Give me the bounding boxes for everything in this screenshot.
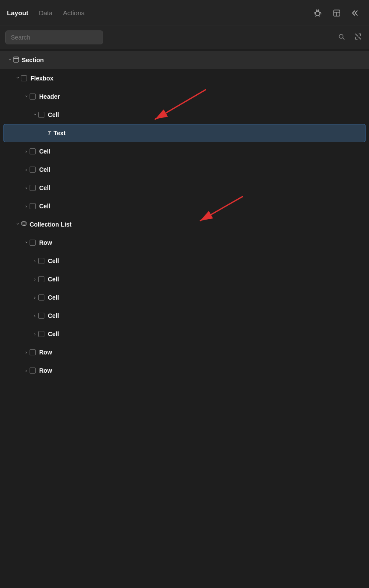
tree-node-row1-cell-2[interactable]: Cell [0,270,369,288]
checkbox-row1-cell-3[interactable] [38,294,44,301]
tab-actions[interactable]: Actions [63,7,84,18]
chevron-row1-cell-1 [31,257,38,264]
chevron-cell-2 [23,148,30,155]
checkbox-row-3[interactable] [30,368,36,374]
checkbox-row-2[interactable] [30,349,36,355]
checkbox-cell-1[interactable] [38,112,44,118]
tree-node-row-2[interactable]: Row [0,343,369,361]
layout-icon-button[interactable] [331,7,343,19]
cell-2-label: Cell [39,148,50,155]
svg-line-5 [343,38,345,40]
row1-cell-3-label: Cell [48,294,59,301]
checkbox-cell-3[interactable] [30,167,36,173]
row-2-label: Row [39,349,52,356]
tree-node-row-3[interactable]: Row [0,361,369,380]
tree: Section Flexbox Header Cell T Text [0,49,369,381]
chevron-row-2 [23,349,30,356]
search-wrap [5,30,349,44]
text-icon: T [47,130,51,137]
chevron-header [23,93,30,100]
tree-node-cell-3[interactable]: Cell [0,160,369,179]
chevron-collection-list [14,221,21,228]
checkbox-cell-2[interactable] [30,148,36,154]
chevron-section [6,57,13,63]
row1-cell-5-label: Cell [48,331,59,337]
section-icon [13,57,19,64]
layout-icon [332,9,341,17]
tree-node-header[interactable]: Header [0,87,369,106]
svg-point-0 [315,11,320,16]
chevron-row1-cell-3 [31,294,38,301]
header-label: Header [39,93,60,100]
svg-point-4 [339,34,343,38]
checkbox-cell-4[interactable] [30,185,36,191]
header-tabs: Layout Data Actions [0,0,369,26]
checkbox-cell-5[interactable] [30,203,36,209]
tree-node-text[interactable]: T Text [3,124,366,142]
tab-data[interactable]: Data [39,7,53,18]
search-bar [0,26,369,49]
cell-4-label: Cell [39,184,50,191]
cell-5-label: Cell [39,203,50,210]
flexbox-label: Flexbox [30,75,54,82]
section-label: Section [22,57,44,63]
bug-icon-button[interactable] [312,7,324,19]
cell-3-label: Cell [39,166,50,173]
tree-node-row1-cell-4[interactable]: Cell [0,307,369,325]
tree-node-row-1[interactable]: Row [0,234,369,252]
checkbox-row1-cell-2[interactable] [38,276,44,282]
tree-container: Section Flexbox Header Cell T Text [0,49,369,381]
chevron-row-3 [23,367,30,374]
tree-node-row1-cell-3[interactable]: Cell [0,288,369,307]
chevron-row1-cell-5 [31,331,38,337]
tree-node-row1-cell-1[interactable]: Cell [0,252,369,270]
row-3-label: Row [39,367,52,374]
tree-node-section[interactable]: Section [0,51,369,69]
checkbox-row1-cell-1[interactable] [38,258,44,264]
tree-node-cell-1[interactable]: Cell [0,106,369,124]
tabs-left: Layout Data Actions [7,7,84,18]
checkbox-flexbox[interactable] [21,75,27,81]
search-icon [339,34,345,41]
chevron-cell-4 [23,184,30,191]
collapse-panel-icon [352,9,360,17]
chevron-cell-3 [23,166,30,173]
tree-node-row1-cell-5[interactable]: Cell [0,325,369,343]
text-label: Text [54,130,66,137]
tree-node-flexbox[interactable]: Flexbox [0,69,369,87]
checkbox-row1-cell-4[interactable] [38,313,44,319]
expand-icon [354,33,362,40]
row1-cell-4-label: Cell [48,312,59,319]
svg-rect-6 [13,57,19,62]
tree-node-cell-5[interactable]: Cell [0,197,369,215]
svg-point-8 [22,221,26,223]
collection-list-label: Collection List [30,221,71,228]
tabs-right [312,7,362,19]
chevron-row1-cell-4 [31,312,38,319]
row1-cell-1-label: Cell [48,257,59,264]
bug-icon [313,9,322,17]
tree-node-cell-4[interactable]: Cell [0,179,369,197]
collapse-icon-button[interactable] [350,7,362,19]
chevron-cell-1 [31,111,38,118]
cell-1-label: Cell [48,111,59,118]
row1-cell-2-label: Cell [48,276,59,283]
checkbox-row1-cell-5[interactable] [38,331,44,337]
checkbox-header[interactable] [30,94,36,100]
tree-node-collection-list[interactable]: Collection List [0,215,369,234]
row-1-label: Row [39,239,52,246]
expand-button[interactable] [352,31,364,44]
tab-layout[interactable]: Layout [7,7,28,18]
chevron-row1-cell-2 [31,276,38,283]
search-input[interactable] [5,30,103,44]
collection-list-icon [21,221,27,228]
chevron-flexbox [14,75,21,82]
checkbox-row-1[interactable] [30,240,36,246]
tree-node-cell-2[interactable]: Cell [0,142,369,160]
svg-rect-1 [334,10,340,16]
chevron-row-1 [23,239,30,246]
chevron-cell-5 [23,203,30,210]
